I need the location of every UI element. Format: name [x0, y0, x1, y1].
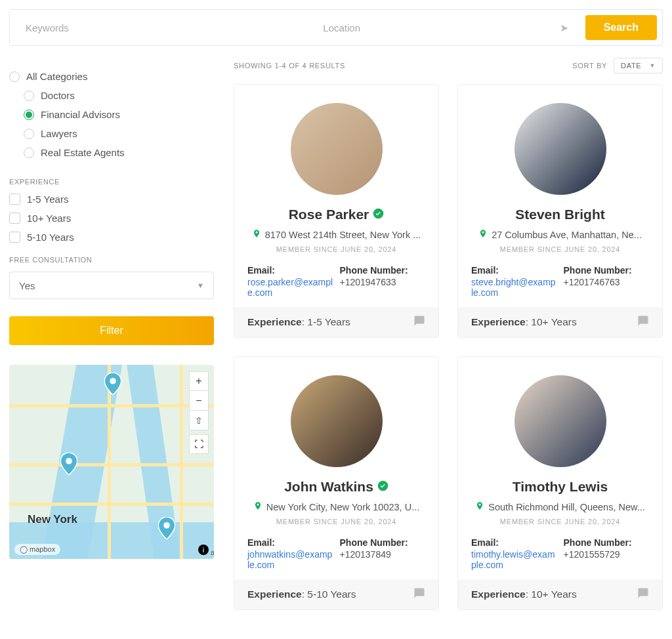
location-pin-icon: [253, 501, 262, 512]
location-pin-icon: [478, 229, 488, 240]
search-bar: ➤ Search: [9, 9, 663, 46]
category-label: Doctors: [41, 90, 75, 101]
select-value: Yes: [19, 280, 35, 291]
listing-card[interactable]: Timothy Lewis South Richmond Hill, Queen…: [457, 356, 663, 610]
map-pin[interactable]: [60, 453, 77, 475]
listing-phone: +1201947633: [340, 277, 426, 287]
listing-email[interactable]: johnwatkins@example.com: [247, 549, 333, 570]
chat-icon[interactable]: [637, 315, 649, 329]
map-zoom-in-button[interactable]: +: [189, 371, 209, 391]
avatar: [514, 103, 606, 195]
verified-icon: [373, 208, 384, 222]
map-pin[interactable]: [158, 517, 175, 539]
search-button[interactable]: Search: [585, 15, 657, 40]
map-fullscreen-button[interactable]: ⛶: [189, 434, 209, 454]
verified-icon: [377, 480, 388, 494]
listing-name: Rose Parker: [289, 207, 369, 222]
experience-label: Experience: [471, 588, 526, 600]
category-label: Financial Advisors: [41, 109, 120, 120]
svg-point-2: [163, 522, 170, 529]
member-since: MEMBER SINCE JUNE 20, 2024: [247, 518, 425, 526]
listing-name: John Watkins: [284, 479, 373, 495]
avatar: [291, 375, 383, 467]
category-item[interactable]: Financial Advisors: [9, 105, 214, 124]
sort-label: SORT BY: [572, 62, 607, 70]
map-city-label: New York: [28, 513, 77, 526]
map[interactable]: New York + − ⇧ ⛶ ◯ mapbox i a: [9, 365, 214, 559]
free-consultation-select[interactable]: Yes ▼: [9, 272, 214, 299]
map-info-icon[interactable]: i: [198, 545, 209, 555]
location-pin-icon: [252, 229, 261, 240]
checkbox-icon: [9, 213, 20, 224]
experience-section-label: EXPERIENCE: [9, 169, 214, 190]
category-item[interactable]: Lawyers: [9, 124, 214, 143]
radio-icon: [24, 110, 34, 120]
experience-label: 10+ Years: [27, 213, 71, 224]
listing-experience: 10+ Years: [531, 316, 576, 327]
chat-icon[interactable]: [413, 587, 425, 602]
listing-card[interactable]: John Watkins New York City, New York 100…: [234, 356, 439, 610]
listing-name: Timothy Lewis: [513, 479, 608, 495]
keywords-input[interactable]: [10, 10, 307, 45]
phone-label: Phone Number:: [340, 537, 426, 548]
experience-item[interactable]: 1-5 Years: [9, 190, 214, 209]
listing-address: 27 Columbus Ave, Manhattan, Ne...: [492, 230, 642, 240]
chat-icon[interactable]: [413, 315, 425, 329]
listing-name: Steven Bright: [515, 207, 605, 222]
chat-icon[interactable]: [637, 587, 649, 602]
category-label: All Categories: [26, 71, 87, 82]
filter-button[interactable]: Filter: [9, 316, 214, 345]
member-since: MEMBER SINCE JUNE 20, 2024: [471, 518, 649, 526]
category-item[interactable]: Doctors: [9, 86, 214, 105]
experience-label: Experience: [471, 316, 526, 327]
sort-value: DATE: [621, 62, 641, 70]
listing-address: 8170 West 214th Street, New York ...: [265, 230, 421, 240]
map-reset-bearing-button[interactable]: ⇧: [189, 411, 209, 430]
member-since: MEMBER SINCE JUNE 20, 2024: [247, 245, 425, 253]
listing-card[interactable]: Rose Parker 8170 West 214th Street, New …: [234, 84, 439, 338]
avatar: [514, 375, 606, 467]
checkbox-icon: [9, 232, 20, 243]
phone-label: Phone Number:: [564, 265, 650, 276]
map-attribution[interactable]: ◯ mapbox: [14, 544, 60, 555]
experience-item[interactable]: 10+ Years: [9, 209, 214, 228]
listing-email[interactable]: timothy.lewis@example.com: [471, 549, 557, 570]
listing-experience: 5-10 Years: [307, 588, 356, 600]
location-arrow-icon[interactable]: ➤: [555, 22, 574, 34]
email-label: Email:: [247, 537, 333, 548]
sort-select[interactable]: DATE ▼: [614, 58, 663, 73]
phone-label: Phone Number:: [340, 265, 426, 276]
listing-card[interactable]: Steven Bright 27 Columbus Ave, Manhattan…: [457, 84, 663, 338]
listing-email[interactable]: rose.parker@example.com: [247, 277, 333, 298]
category-all[interactable]: All Categories: [9, 67, 214, 86]
radio-icon: [24, 148, 34, 158]
map-attr-extra: a: [211, 548, 214, 556]
email-label: Email:: [247, 265, 333, 276]
listing-email[interactable]: steve.bright@example.com: [471, 277, 557, 298]
chevron-down-icon: ▼: [197, 281, 204, 289]
svg-point-1: [66, 458, 72, 464]
listing-phone: +120137849: [340, 549, 426, 560]
svg-point-0: [110, 378, 116, 384]
chevron-down-icon: ▼: [649, 62, 656, 69]
experience-label: Experience: [247, 588, 302, 600]
radio-icon: [24, 129, 34, 139]
listing-address: South Richmond Hill, Queens, New...: [488, 502, 645, 512]
email-label: Email:: [471, 265, 557, 276]
experience-label: 1-5 Years: [27, 194, 68, 205]
map-pin[interactable]: [104, 373, 121, 395]
results-count: SHOWING 1-4 OF 4 RESULTS: [234, 62, 345, 70]
location-input[interactable]: [307, 22, 554, 33]
email-label: Email:: [471, 537, 557, 548]
free-consultation-label: FREE CONSULTATION: [9, 247, 214, 268]
category-label: Real Estate Agents: [41, 147, 125, 158]
experience-label: Experience: [247, 316, 302, 327]
avatar: [291, 103, 383, 195]
map-zoom-out-button[interactable]: −: [189, 391, 209, 411]
category-filter: All Categories DoctorsFinancial Advisors…: [9, 58, 214, 169]
experience-item[interactable]: 5-10 Years: [9, 228, 214, 247]
listing-phone: +1201555729: [564, 549, 650, 560]
experience-label: 5-10 Years: [27, 232, 74, 243]
listing-experience: 1-5 Years: [307, 316, 350, 327]
category-item[interactable]: Real Estate Agents: [9, 143, 214, 162]
